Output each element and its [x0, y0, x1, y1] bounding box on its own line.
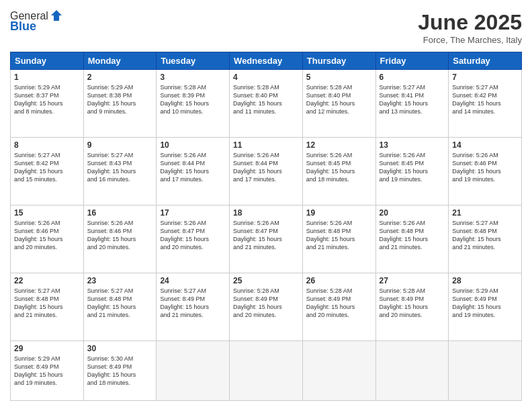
day-number: 16: [87, 208, 153, 218]
day-info: Sunrise: 5:26 AM Sunset: 8:45 PM Dayligh…: [380, 151, 445, 184]
table-row: 3Sunrise: 5:28 AM Sunset: 8:39 PM Daylig…: [157, 70, 230, 138]
day-info: Sunrise: 5:29 AM Sunset: 8:49 PM Dayligh…: [452, 287, 518, 320]
day-number: 3: [160, 73, 226, 82]
table-row: 8Sunrise: 5:27 AM Sunset: 8:42 PM Daylig…: [11, 137, 84, 205]
calendar-week-row: 29Sunrise: 5:29 AM Sunset: 8:49 PM Dayli…: [11, 340, 522, 400]
day-number: 19: [306, 208, 372, 218]
day-info: Sunrise: 5:27 AM Sunset: 8:48 PM Dayligh…: [87, 287, 153, 320]
day-number: 18: [233, 208, 299, 218]
table-row: 13Sunrise: 5:26 AM Sunset: 8:45 PM Dayli…: [375, 137, 449, 205]
table-row: 12Sunrise: 5:26 AM Sunset: 8:45 PM Dayli…: [302, 137, 375, 205]
calendar-week-row: 22Sunrise: 5:27 AM Sunset: 8:48 PM Dayli…: [11, 273, 522, 340]
day-info: Sunrise: 5:26 AM Sunset: 8:47 PM Dayligh…: [233, 219, 299, 252]
table-row: [375, 340, 449, 400]
day-info: Sunrise: 5:26 AM Sunset: 8:48 PM Dayligh…: [306, 219, 372, 252]
day-info: Sunrise: 5:27 AM Sunset: 8:42 PM Dayligh…: [14, 151, 80, 184]
day-info: Sunrise: 5:26 AM Sunset: 8:47 PM Dayligh…: [160, 219, 226, 252]
day-number: 21: [452, 208, 518, 218]
header-saturday: Saturday: [449, 52, 522, 70]
day-info: Sunrise: 5:28 AM Sunset: 8:39 PM Dayligh…: [160, 83, 226, 116]
table-row: 25Sunrise: 5:28 AM Sunset: 8:49 PM Dayli…: [230, 273, 303, 340]
table-row: 10Sunrise: 5:26 AM Sunset: 8:44 PM Dayli…: [157, 137, 230, 205]
table-row: 5Sunrise: 5:28 AM Sunset: 8:40 PM Daylig…: [302, 70, 375, 138]
day-info: Sunrise: 5:26 AM Sunset: 8:46 PM Dayligh…: [87, 219, 153, 252]
logo-icon: [50, 9, 63, 22]
day-number: 28: [452, 276, 518, 285]
header: General Blue June 2025 Force, The Marche…: [10, 10, 522, 45]
table-row: [157, 340, 230, 400]
table-row: 1Sunrise: 5:29 AM Sunset: 8:37 PM Daylig…: [11, 70, 84, 138]
day-number: 11: [233, 140, 299, 150]
table-row: 4Sunrise: 5:28 AM Sunset: 8:40 PM Daylig…: [230, 70, 303, 138]
table-row: 14Sunrise: 5:26 AM Sunset: 8:46 PM Dayli…: [449, 137, 522, 205]
table-row: [302, 340, 375, 400]
header-wednesday: Wednesday: [230, 52, 303, 70]
day-info: Sunrise: 5:29 AM Sunset: 8:49 PM Dayligh…: [14, 355, 80, 387]
header-tuesday: Tuesday: [157, 52, 230, 70]
logo: General Blue: [10, 10, 63, 34]
table-row: 20Sunrise: 5:26 AM Sunset: 8:48 PM Dayli…: [375, 205, 449, 273]
day-number: 13: [380, 140, 445, 150]
day-info: Sunrise: 5:26 AM Sunset: 8:46 PM Dayligh…: [452, 151, 518, 184]
day-number: 12: [306, 140, 372, 150]
day-number: 4: [233, 73, 299, 82]
table-row: 24Sunrise: 5:27 AM Sunset: 8:49 PM Dayli…: [157, 273, 230, 340]
day-number: 26: [306, 276, 372, 285]
header-thursday: Thursday: [302, 52, 375, 70]
day-info: Sunrise: 5:27 AM Sunset: 8:48 PM Dayligh…: [452, 219, 518, 252]
page: General Blue June 2025 Force, The Marche…: [0, 0, 532, 411]
day-number: 24: [160, 276, 226, 285]
day-info: Sunrise: 5:27 AM Sunset: 8:41 PM Dayligh…: [380, 83, 445, 116]
header-friday: Friday: [375, 52, 449, 70]
day-info: Sunrise: 5:26 AM Sunset: 8:44 PM Dayligh…: [233, 151, 299, 184]
table-row: 11Sunrise: 5:26 AM Sunset: 8:44 PM Dayli…: [230, 137, 303, 205]
svg-marker-0: [51, 10, 62, 21]
day-number: 6: [380, 73, 445, 82]
table-row: 30Sunrise: 5:30 AM Sunset: 8:49 PM Dayli…: [83, 340, 157, 400]
day-number: 2: [87, 73, 153, 82]
day-info: Sunrise: 5:26 AM Sunset: 8:46 PM Dayligh…: [14, 219, 80, 252]
header-monday: Monday: [83, 52, 157, 70]
day-info: Sunrise: 5:27 AM Sunset: 8:49 PM Dayligh…: [160, 287, 226, 320]
day-info: Sunrise: 5:27 AM Sunset: 8:48 PM Dayligh…: [14, 287, 80, 320]
day-info: Sunrise: 5:27 AM Sunset: 8:43 PM Dayligh…: [87, 151, 153, 184]
table-row: 6Sunrise: 5:27 AM Sunset: 8:41 PM Daylig…: [375, 70, 449, 138]
calendar-week-row: 1Sunrise: 5:29 AM Sunset: 8:37 PM Daylig…: [11, 70, 522, 138]
location: Force, The Marches, Italy: [418, 35, 522, 45]
day-info: Sunrise: 5:28 AM Sunset: 8:49 PM Dayligh…: [306, 287, 372, 320]
calendar-header-row: Sunday Monday Tuesday Wednesday Thursday…: [11, 52, 522, 70]
day-number: 14: [452, 140, 518, 150]
day-number: 22: [14, 276, 80, 285]
day-number: 29: [14, 344, 80, 353]
table-row: 18Sunrise: 5:26 AM Sunset: 8:47 PM Dayli…: [230, 205, 303, 273]
title-section: June 2025 Force, The Marches, Italy: [418, 10, 522, 45]
day-number: 7: [452, 73, 518, 82]
calendar-week-row: 8Sunrise: 5:27 AM Sunset: 8:42 PM Daylig…: [11, 137, 522, 205]
day-number: 27: [380, 276, 445, 285]
day-info: Sunrise: 5:26 AM Sunset: 8:45 PM Dayligh…: [306, 151, 372, 184]
table-row: 27Sunrise: 5:28 AM Sunset: 8:49 PM Dayli…: [375, 273, 449, 340]
day-number: 30: [87, 344, 153, 353]
day-number: 15: [14, 208, 80, 218]
day-number: 23: [87, 276, 153, 285]
table-row: 7Sunrise: 5:27 AM Sunset: 8:42 PM Daylig…: [449, 70, 522, 138]
day-info: Sunrise: 5:30 AM Sunset: 8:49 PM Dayligh…: [87, 355, 153, 387]
day-info: Sunrise: 5:28 AM Sunset: 8:40 PM Dayligh…: [306, 83, 372, 116]
table-row: [449, 340, 522, 400]
day-number: 20: [380, 208, 445, 218]
day-number: 9: [87, 140, 153, 150]
day-number: 1: [14, 73, 80, 82]
month-title: June 2025: [418, 10, 522, 35]
table-row: 28Sunrise: 5:29 AM Sunset: 8:49 PM Dayli…: [449, 273, 522, 340]
day-info: Sunrise: 5:26 AM Sunset: 8:44 PM Dayligh…: [160, 151, 226, 184]
table-row: 15Sunrise: 5:26 AM Sunset: 8:46 PM Dayli…: [11, 205, 84, 273]
day-info: Sunrise: 5:28 AM Sunset: 8:49 PM Dayligh…: [233, 287, 299, 320]
table-row: 19Sunrise: 5:26 AM Sunset: 8:48 PM Dayli…: [302, 205, 375, 273]
table-row: 21Sunrise: 5:27 AM Sunset: 8:48 PM Dayli…: [449, 205, 522, 273]
day-number: 25: [233, 276, 299, 285]
table-row: 26Sunrise: 5:28 AM Sunset: 8:49 PM Dayli…: [302, 273, 375, 340]
day-info: Sunrise: 5:28 AM Sunset: 8:40 PM Dayligh…: [233, 83, 299, 116]
day-number: 10: [160, 140, 226, 150]
header-sunday: Sunday: [11, 52, 84, 70]
table-row: 9Sunrise: 5:27 AM Sunset: 8:43 PM Daylig…: [83, 137, 157, 205]
